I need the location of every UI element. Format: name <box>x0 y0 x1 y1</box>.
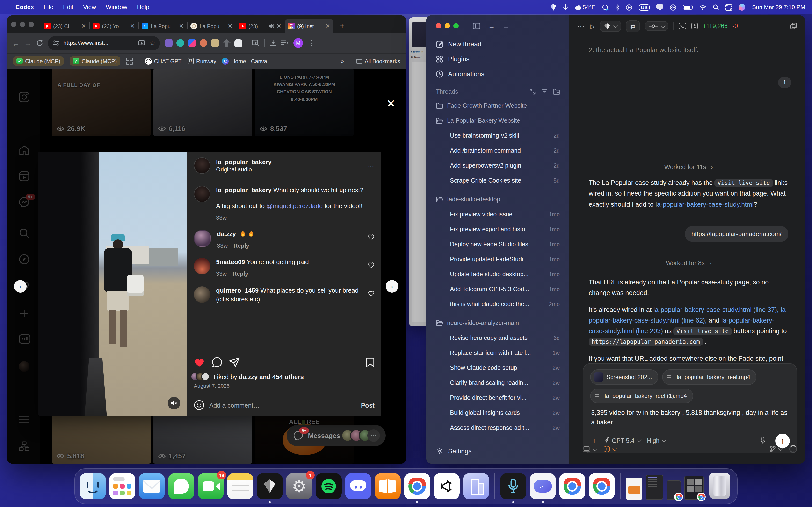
dock-minimized-terminal[interactable] <box>646 475 663 500</box>
dock-trash[interactable] <box>709 473 730 499</box>
copy-icon[interactable] <box>790 23 797 30</box>
spotlight-icon[interactable] <box>713 4 719 10</box>
dock-phone-mirroring[interactable] <box>463 473 489 499</box>
sync-status-icon[interactable] <box>602 4 609 10</box>
previous-reel-button[interactable]: ‹ <box>14 280 27 293</box>
claude-extension-icon[interactable] <box>200 39 207 47</box>
thread-item[interactable]: Fix preview video issue1mo <box>426 207 569 222</box>
downloads-icon[interactable] <box>270 40 276 46</box>
permissions-warning[interactable] <box>604 446 616 452</box>
collapse-threads-icon[interactable] <box>530 89 536 95</box>
menu-window[interactable]: Window <box>106 4 128 11</box>
dock-app-library[interactable] <box>109 473 135 499</box>
caption-username[interactable]: la_popular_bakery <box>216 186 272 193</box>
comment-icon[interactable] <box>212 357 222 368</box>
attachment-chip[interactable]: la_popular_bakery_reel.mp4 <box>662 370 756 385</box>
like-comment-icon[interactable] <box>368 286 374 304</box>
chrome-window-controls[interactable] <box>11 21 34 27</box>
bookmark-claude-2[interactable]: ✓Claude (MCP) <box>69 56 120 66</box>
thread-folder[interactable]: Fade Growth Partner Website <box>426 98 569 113</box>
tab-close-icon[interactable]: ✕ <box>81 22 86 29</box>
tab-close-icon[interactable]: ✕ <box>227 22 233 29</box>
plugins-button[interactable]: Plugins <box>426 52 569 67</box>
post-author-avatar[interactable] <box>194 157 210 174</box>
composer-input[interactable]: 3,395 video for tv in the bakery , 5,818… <box>591 408 789 428</box>
device-selector[interactable] <box>583 446 596 452</box>
worked-divider-2[interactable]: Worked for 8s› <box>589 259 788 267</box>
audio-label[interactable]: Original audio <box>216 166 272 173</box>
tab-instagram-active[interactable]: (9) Inst✕ <box>285 19 334 33</box>
install-icon[interactable] <box>139 40 145 46</box>
display-icon[interactable] <box>656 4 663 10</box>
thread-item[interactable]: Clarify brand scaling readin...2w <box>426 375 569 390</box>
comment-username[interactable]: da.zzy <box>217 230 236 237</box>
liked-by-user[interactable]: da.zzy <box>239 373 258 380</box>
dock-messages[interactable] <box>168 473 194 499</box>
dock-codex[interactable] <box>257 473 283 499</box>
comment-username[interactable]: 5mateo09 <box>216 259 245 266</box>
tab-close-icon[interactable]: ✕ <box>276 22 281 29</box>
menu-clock[interactable]: Sun Mar 29 7:10 PM <box>752 4 805 11</box>
thread-item[interactable]: Add /brainstorm command2d <box>426 143 569 158</box>
apps-grid-icon[interactable] <box>126 58 133 64</box>
thread-item[interactable]: Provide direct benefit for vi...2w <box>426 390 569 405</box>
tab-close-icon[interactable]: ✕ <box>179 22 184 29</box>
commenter-avatar[interactable] <box>194 230 211 247</box>
tab-youtube-1[interactable]: (23) Cl✕ <box>41 19 89 33</box>
mute-button[interactable] <box>168 397 180 409</box>
emoji-icon[interactable] <box>194 400 204 410</box>
reasoning-picker[interactable]: High <box>647 437 665 444</box>
run-icon[interactable]: ▷ <box>590 22 595 30</box>
like-comment-icon[interactable] <box>368 258 374 278</box>
dock-chrome-profile-2[interactable] <box>559 473 585 499</box>
model-picker[interactable]: GPT-5.4 <box>605 437 640 444</box>
commenter-avatar[interactable] <box>194 258 210 275</box>
codex-status-icon[interactable] <box>550 4 556 11</box>
siri-icon[interactable] <box>739 4 745 11</box>
new-folder-icon[interactable] <box>553 89 560 95</box>
thread-item[interactable]: Provide updated FadeStudi...1mo <box>426 251 569 267</box>
dock-books[interactable] <box>374 473 401 499</box>
wifi-icon[interactable] <box>699 5 706 10</box>
new-thread-button[interactable]: New thread <box>426 37 569 52</box>
thread-item[interactable]: Assess direct response ad t...2w <box>426 420 569 435</box>
dock-cloud-terminal[interactable]: >_ <box>530 473 556 499</box>
post-comment-button[interactable]: Post <box>361 401 374 409</box>
battery-indicator[interactable] <box>683 5 693 10</box>
reply-button[interactable]: Reply <box>233 270 248 278</box>
menu-view[interactable]: View <box>83 4 96 11</box>
messages-pill[interactable]: 9+ Messages ⋯ <box>287 425 386 446</box>
dock-minimized-photos-window[interactable] <box>684 475 704 500</box>
header-more-icon[interactable]: ⋯ <box>577 21 585 31</box>
thread-item[interactable]: Fix preview export and histo...1mo <box>426 222 569 237</box>
diff-icon[interactable] <box>691 23 698 30</box>
bookmarks-overflow-icon[interactable]: » <box>341 58 344 64</box>
thread-item[interactable]: Add superpowersv2 plugin2d <box>426 158 569 173</box>
thread-item[interactable]: Revise hero copy and assets6d <box>426 330 569 345</box>
extension-icon-1[interactable] <box>165 39 172 47</box>
thread-item[interactable]: Update fade studio desktop...1mo <box>426 267 569 282</box>
comment-username[interactable]: quintero_1459 <box>216 287 259 294</box>
dock-facetime[interactable]: 19 <box>198 473 224 499</box>
dock-minimized-document[interactable] <box>626 477 642 500</box>
keyboard-layout[interactable]: US <box>639 4 650 10</box>
file-link[interactable]: la-popular-bakery-case-study.html <box>655 201 754 208</box>
dock-minimized-window[interactable] <box>666 481 681 500</box>
filter-icon[interactable] <box>541 89 547 95</box>
unread-badge[interactable]: 1 <box>778 77 791 88</box>
url-text[interactable]: https://www.inst... <box>63 40 135 46</box>
dock-notes[interactable] <box>227 473 253 499</box>
like-comment-icon[interactable] <box>368 230 374 250</box>
branch-selector[interactable] <box>645 21 668 31</box>
thread-item[interactable]: Use brainstorming-v2 skill2d <box>426 128 569 143</box>
bluetooth-icon[interactable] <box>615 4 619 10</box>
commenter-avatar[interactable] <box>194 286 210 302</box>
reel-video[interactable] <box>38 152 187 416</box>
mic-status-icon[interactable] <box>563 4 568 11</box>
close-icon[interactable]: ✕ <box>387 98 395 110</box>
model-selector[interactable] <box>600 20 621 32</box>
like-icon[interactable] <box>194 357 205 367</box>
now-playing-icon[interactable] <box>626 4 632 10</box>
extension-icon-3[interactable] <box>188 39 196 47</box>
menu-help[interactable]: Help <box>137 4 149 11</box>
